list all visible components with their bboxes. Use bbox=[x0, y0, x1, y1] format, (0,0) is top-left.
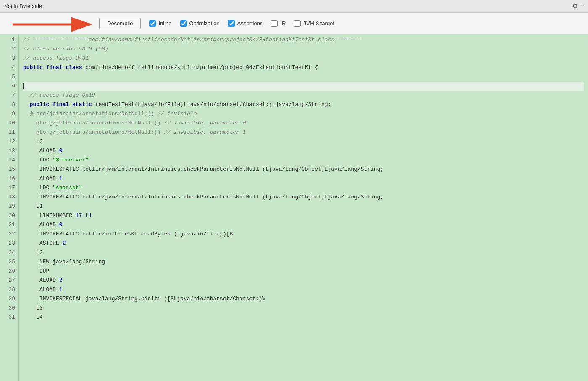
inline-checkbox-group[interactable]: Inline bbox=[149, 20, 171, 27]
jvm8-checkbox-group[interactable]: JVM 8 target bbox=[294, 20, 334, 27]
code-line: // class version 50.0 (50) bbox=[23, 45, 584, 54]
inline-label: Inline bbox=[158, 20, 171, 26]
line-number: 26 bbox=[3, 267, 15, 276]
line-number: 5 bbox=[3, 72, 15, 82]
code-line: INVOKESTATIC kotlin/jvm/internal/Intrins… bbox=[23, 165, 584, 174]
code-line: INVOKESPECIAL java/lang/String.<init> ([… bbox=[23, 294, 584, 304]
code-line: ALOAD 0 bbox=[23, 146, 584, 156]
optimization-checkbox[interactable] bbox=[180, 20, 187, 27]
code-line: L0 bbox=[23, 137, 584, 146]
code-line: LDC "$receiver" bbox=[23, 156, 584, 165]
settings-button[interactable]: ⚙ bbox=[572, 2, 578, 10]
code-line: @Lorg/jetbrains/annotations/NotNull;() /… bbox=[23, 128, 584, 137]
line-number: 29 bbox=[3, 294, 15, 304]
line-number: 11 bbox=[3, 128, 15, 137]
code-line: ALOAD 1 bbox=[23, 174, 584, 183]
line-number: 28 bbox=[3, 285, 15, 294]
optimization-label: Optimization bbox=[189, 20, 220, 26]
line-number: 16 bbox=[3, 174, 15, 183]
code-line: public final class com/tiny/demo/firstli… bbox=[23, 63, 584, 72]
line-number: 9 bbox=[3, 109, 15, 119]
line-number: 6 bbox=[3, 82, 15, 91]
line-number: 30 bbox=[3, 304, 15, 313]
line-number: 13 bbox=[3, 146, 15, 156]
code-line: INVOKESTATIC kotlin/jvm/internal/Intrins… bbox=[23, 193, 584, 202]
line-number: 25 bbox=[3, 257, 15, 267]
line-number: 4 bbox=[3, 63, 15, 72]
title-bar-actions: ⚙ ─ bbox=[572, 2, 584, 10]
line-number: 2 bbox=[3, 45, 15, 54]
code-line: LINENUMBER 17 L1 bbox=[23, 211, 584, 220]
line-number: 12 bbox=[3, 137, 15, 146]
code-area: 1234567891011121314151617181920212223242… bbox=[0, 34, 588, 381]
line-number: 1 bbox=[3, 35, 15, 45]
line-number: 24 bbox=[3, 248, 15, 257]
code-line bbox=[23, 72, 584, 82]
code-line: INVOKESTATIC kotlin/io/FilesKt.readBytes… bbox=[23, 230, 584, 239]
code-line: ALOAD 0 bbox=[23, 220, 584, 230]
decompile-button[interactable]: Decompile bbox=[99, 18, 141, 29]
line-number: 19 bbox=[3, 202, 15, 211]
code-line: LDC "charset" bbox=[23, 183, 584, 193]
line-number: 15 bbox=[3, 165, 15, 174]
line-number: 7 bbox=[3, 91, 15, 100]
code-line: @Lorg/jetbrains/annotations/NotNull;() /… bbox=[23, 119, 584, 128]
line-number: 20 bbox=[3, 211, 15, 220]
jvm8-label: JVM 8 target bbox=[303, 20, 334, 26]
code-content[interactable]: // =================com/tiny/demo/firstl… bbox=[19, 34, 588, 381]
arrow-annotation bbox=[13, 16, 97, 35]
code-line: L3 bbox=[23, 304, 584, 313]
code-line: NEW java/lang/String bbox=[23, 257, 584, 267]
line-number: 17 bbox=[3, 183, 15, 193]
line-number: 18 bbox=[3, 193, 15, 202]
ir-label: IR bbox=[280, 20, 286, 26]
inline-checkbox[interactable] bbox=[149, 20, 156, 27]
assertions-label: Assertions bbox=[237, 20, 263, 26]
line-number: 22 bbox=[3, 230, 15, 239]
code-line: L1 bbox=[23, 202, 584, 211]
code-line: L4 bbox=[23, 313, 584, 322]
line-number: 14 bbox=[3, 156, 15, 165]
assertions-checkbox[interactable] bbox=[228, 20, 235, 27]
code-line: @Lorg/jetbrains/annotations/NotNull;() /… bbox=[23, 109, 584, 119]
code-line: ALOAD 1 bbox=[23, 285, 584, 294]
line-number: 23 bbox=[3, 239, 15, 248]
assertions-checkbox-group[interactable]: Assertions bbox=[228, 20, 263, 27]
ir-checkbox-group[interactable]: IR bbox=[271, 20, 286, 27]
code-line: // access flags 0x19 bbox=[23, 91, 584, 100]
code-line: // access flags 0x31 bbox=[23, 54, 584, 63]
line-number: 8 bbox=[3, 100, 15, 109]
jvm8-checkbox[interactable] bbox=[294, 20, 301, 27]
code-line: DUP bbox=[23, 267, 584, 276]
minimize-icon: ─ bbox=[580, 3, 584, 9]
line-number: 31 bbox=[3, 313, 15, 322]
line-number: 21 bbox=[3, 220, 15, 230]
window-title: Kotlin Bytecode bbox=[4, 3, 42, 9]
line-number: 10 bbox=[3, 119, 15, 128]
line-number: 27 bbox=[3, 276, 15, 285]
line-numbers: 1234567891011121314151617181920212223242… bbox=[0, 34, 19, 381]
code-line bbox=[23, 82, 584, 91]
code-line: ALOAD 2 bbox=[23, 276, 584, 285]
code-line: public final static readTextTest(Ljava/i… bbox=[23, 100, 584, 109]
title-bar: Kotlin Bytecode ⚙ ─ bbox=[0, 0, 588, 13]
line-number: 3 bbox=[3, 54, 15, 63]
toolbar: Decompile Inline Optimization Assertions… bbox=[0, 13, 588, 34]
code-line: // =================com/tiny/demo/firstl… bbox=[23, 35, 584, 45]
code-line: L2 bbox=[23, 248, 584, 257]
ir-checkbox[interactable] bbox=[271, 20, 278, 27]
optimization-checkbox-group[interactable]: Optimization bbox=[180, 20, 220, 27]
code-line: ASTORE 2 bbox=[23, 239, 584, 248]
